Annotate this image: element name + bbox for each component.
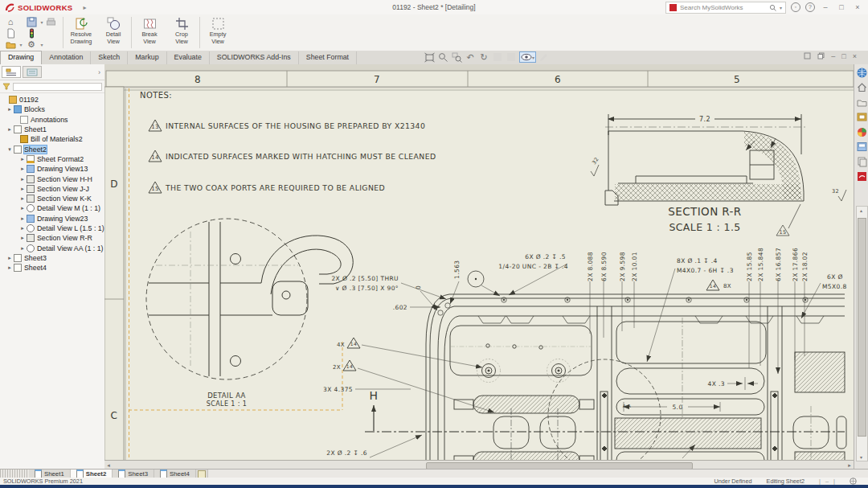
save-dropdown-icon[interactable]: ▾ — [40, 19, 43, 25]
minimize-button[interactable]: – — [820, 3, 831, 11]
note-text[interactable]: THE TWO COAX PORTS ARE REQUIRED TO BE AL… — [165, 183, 385, 192]
tap-callout-line2[interactable]: 1/4-20 UNC - 2B ↧ .4 — [498, 263, 568, 270]
section-rr-scale[interactable]: SCALE 1 : 1.5 — [669, 221, 740, 233]
vertical-scroll-thumb[interactable] — [858, 218, 866, 437]
thru-callout-line2[interactable]: ∨ Ø .3 [7.50] X 90° — [335, 285, 399, 292]
close-button[interactable]: × — [852, 3, 863, 11]
tab-sheet-format[interactable]: Sheet Format — [299, 51, 357, 64]
break-view-button[interactable]: BreakView — [133, 14, 166, 51]
m4-flag-qty[interactable]: 8X — [723, 283, 731, 289]
search-icon[interactable] — [769, 4, 776, 11]
panel-collapse-chevron[interactable]: › — [98, 68, 103, 76]
new-document-icon[interactable] — [5, 27, 16, 39]
appearances-scenes-icon[interactable] — [856, 141, 868, 153]
tree-filter-input[interactable] — [13, 83, 102, 91]
design-library-icon[interactable] — [856, 96, 868, 109]
display-style-button[interactable]: ▾ — [519, 51, 536, 63]
expand-icon[interactable] — [19, 166, 26, 172]
unit-system-control[interactable]: | – | — [819, 478, 835, 485]
vdim-8088[interactable]: 2X 8.088 — [587, 252, 594, 281]
flag-2x-qty[interactable]: 2X — [333, 364, 341, 371]
tree-item-sheet4[interactable]: Sheet4 — [0, 263, 104, 273]
tree-item-sheet-format2[interactable]: Sheet Format2 — [0, 154, 104, 164]
scroll-down-icon[interactable]: ▾ — [857, 454, 866, 460]
vdim-1563[interactable]: 1.563 — [453, 260, 461, 279]
vdim-8590[interactable]: 6X 8.590 — [600, 252, 608, 281]
save-icon[interactable] — [26, 16, 37, 27]
expand-icon[interactable] — [19, 225, 26, 232]
note-text[interactable]: INDICATED SURFACES MARKED WITH HATCHING … — [166, 152, 436, 161]
vdim-17866[interactable]: 2X 17.866 — [792, 248, 799, 281]
flag-2x-num[interactable]: 14 — [346, 363, 353, 369]
drawing-canvas[interactable]: 8 7 6 5 D C NOTES: 13 INTERNAL SURFACES … — [104, 64, 854, 469]
note-text[interactable]: INTERNAL SURFACES OF THE HOUSING BE PREP… — [166, 121, 425, 130]
open-icon[interactable] — [5, 39, 16, 50]
tree-item-detail-view-l[interactable]: Detail View L (1.5 : 1) — [0, 223, 104, 233]
crop-view-button[interactable]: CropView — [166, 14, 198, 51]
expand-icon[interactable] — [19, 195, 26, 202]
vdim-9598[interactable]: 2X 9.598 — [619, 252, 626, 281]
tree-item-drawing-view13[interactable]: Drawing View13 — [0, 164, 104, 174]
open-dropdown-icon[interactable]: ▾ — [19, 42, 22, 47]
dim-602[interactable]: .602 — [393, 304, 407, 311]
vdim-zero[interactable]: 0 — [415, 285, 422, 289]
m5-right-callout-line2[interactable]: M5X0.8 — [822, 283, 847, 290]
zoom-to-fit-icon[interactable] — [424, 51, 435, 63]
vertical-scrollbar[interactable]: ▴ ▾ — [856, 206, 868, 461]
scroll-right-icon[interactable]: ▸ — [845, 462, 854, 469]
search-box[interactable]: Search MySolidWorks ▾ — [665, 2, 786, 14]
edit-appearance-icon[interactable] — [538, 51, 550, 63]
expand-icon[interactable] — [19, 215, 26, 222]
detail-aa-letters[interactable]: A A — [623, 404, 631, 408]
tree-item-bill-of-materials[interactable]: Bill of Materials2 — [0, 134, 104, 144]
section-h-label[interactable]: H — [370, 389, 379, 402]
tag-icon[interactable] — [850, 478, 857, 485]
scroll-up-icon[interactable]: ▴ — [857, 207, 866, 213]
dim-4375[interactable]: 3X 4.375 — [323, 386, 353, 393]
section-rr-flag[interactable]: 15 — [779, 229, 786, 236]
tab-annotation[interactable]: Annotation — [42, 51, 91, 64]
expand-icon[interactable] — [19, 156, 26, 162]
propertymanager-tab[interactable] — [23, 66, 42, 78]
view-orientation-icon[interactable] — [506, 51, 517, 63]
solidworks-resources-icon[interactable] — [856, 67, 868, 79]
tab-sketch[interactable]: Sketch — [91, 51, 128, 64]
resolve-drawing-button[interactable]: ResolveDrawing — [65, 14, 97, 51]
tree-root[interactable]: 01192 — [0, 95, 104, 105]
display-style-dropdown-icon[interactable]: ▾ — [532, 55, 534, 60]
filter-funnel-icon[interactable] — [2, 83, 10, 90]
mysolidworks-pane-icon[interactable] — [856, 170, 868, 182]
expand-icon[interactable] — [19, 235, 26, 241]
tab-drawing[interactable]: Drawing — [0, 51, 42, 64]
note-flag[interactable]: 13 — [151, 124, 159, 130]
tree-item-sheet2[interactable]: Sheet2 — [0, 144, 104, 154]
m5-callout-line1[interactable]: 2X Ø .2 ↧ .6 — [326, 449, 367, 457]
tree-item-sheet3[interactable]: Sheet3 — [0, 253, 104, 263]
help-icon[interactable]: ? — [805, 2, 815, 12]
tree-item-drawing-view23[interactable]: Drawing View23 — [0, 214, 104, 223]
zoom-icon[interactable] — [437, 51, 448, 63]
tree-item-section-view-jj[interactable]: Section View J-J — [0, 184, 104, 194]
custom-properties-icon[interactable] — [856, 156, 868, 168]
detail-view-button[interactable]: DetailView — [97, 14, 129, 51]
rebuild-icon[interactable] — [26, 27, 37, 39]
tree-item-annotations[interactable]: Annotations — [0, 115, 104, 125]
vdim-1802[interactable]: 2X 18.02 — [801, 252, 809, 281]
tree-item-detail-view-m[interactable]: Detail View M (1 : 1) — [0, 203, 104, 213]
featuremanager-tree-tab[interactable] — [2, 66, 21, 78]
vdim-15848[interactable]: 2X 15.848 — [757, 248, 764, 281]
print-icon[interactable] — [45, 16, 56, 27]
scroll-left-icon[interactable]: ◂ — [104, 462, 113, 469]
expand-icon[interactable] — [6, 255, 13, 261]
m4-callout-line1[interactable]: 8X Ø .1 ↧ .4 — [677, 257, 718, 265]
surface-finish-right[interactable]: 32 — [832, 188, 839, 195]
note-flag[interactable]: 14 — [151, 154, 159, 161]
tree-item-sheet1[interactable]: Sheet1 — [0, 125, 104, 134]
dim-4x3[interactable]: 4X .3 — [708, 380, 725, 388]
doc-close-icon[interactable]: × — [853, 52, 857, 61]
home-tab-icon[interactable] — [856, 81, 868, 93]
tab-markup[interactable]: Markup — [128, 51, 166, 64]
options-gear-icon[interactable]: ⚙ — [26, 39, 37, 50]
doc-cascade-icon[interactable] — [817, 52, 825, 61]
user-account-icon[interactable]: ◦ — [791, 2, 800, 12]
